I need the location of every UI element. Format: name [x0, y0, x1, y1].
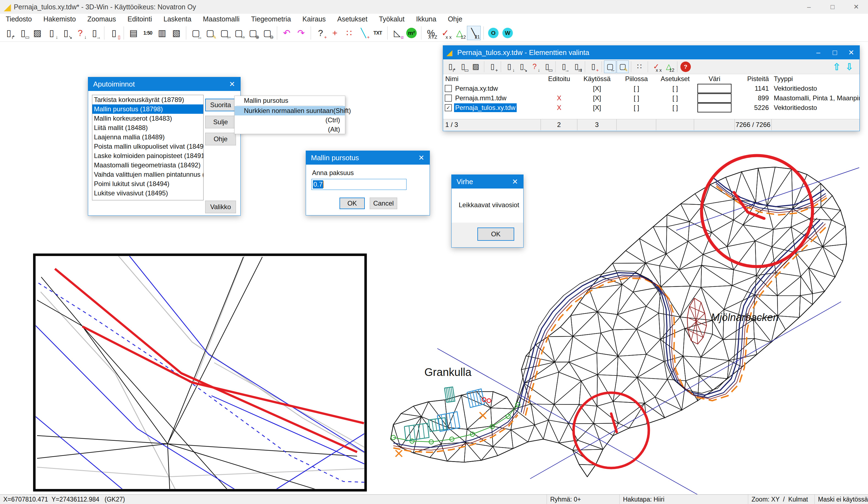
- pan-right-icon[interactable]: ▢⇨: [232, 26, 246, 40]
- read-model-icon[interactable]: ▨: [470, 60, 482, 73]
- context-menu-item[interactable]: Mallin pursotus: [235, 96, 345, 105]
- undo-icon[interactable]: ↶: [280, 26, 293, 40]
- zoom-in-icon[interactable]: ▢⊕: [246, 26, 260, 40]
- helper-item[interactable]: Lukitse viivasivut (18495): [92, 188, 203, 198]
- menu-zoomaus[interactable]: Zoomaus: [82, 14, 122, 24]
- page-setup-icon[interactable]: ▥: [155, 26, 169, 40]
- menu-editointi[interactable]: Editointi: [122, 14, 158, 24]
- help-icon[interactable]: ?: [680, 60, 692, 73]
- close-icon[interactable]: ✕: [413, 154, 430, 162]
- row-checkbox[interactable]: ✓: [445, 104, 452, 111]
- angle-calc-icon[interactable]: ◺α: [390, 26, 404, 40]
- hidden-flag[interactable]: [ ]: [617, 94, 656, 102]
- ok-button[interactable]: OK: [477, 228, 514, 241]
- virhe-titlebar[interactable]: Virhe ✕: [452, 175, 523, 188]
- row-checkbox[interactable]: [445, 85, 452, 92]
- fit-view-icon[interactable]: ▢↔: [604, 60, 616, 73]
- settings-flag[interactable]: [ ]: [656, 94, 694, 102]
- save-add-icon[interactable]: ▯+: [486, 60, 498, 73]
- pan-left-icon[interactable]: ▢⇦: [218, 26, 231, 40]
- redo-icon[interactable]: ↷: [294, 26, 308, 40]
- close-icon[interactable]: ✕: [224, 80, 240, 89]
- context-menu-item[interactable]: (Ctrl): [235, 115, 345, 125]
- context-menu-item[interactable]: (Alt): [235, 125, 345, 134]
- new-copy-icon[interactable]: ▯+: [587, 60, 599, 73]
- validate-icon[interactable]: ✓x x: [650, 60, 662, 73]
- validate-icon[interactable]: ✓x x: [438, 26, 452, 40]
- thickness-input[interactable]: 0.7: [311, 179, 406, 190]
- hidden-flag[interactable]: [ ]: [617, 85, 656, 92]
- maximize-button[interactable]: □: [821, 0, 844, 14]
- zoom-pen-icon[interactable]: ▢✎: [617, 60, 629, 73]
- color-swatch[interactable]: [698, 103, 732, 112]
- minimize-button[interactable]: –: [797, 0, 821, 14]
- triangle-count-icon[interactable]: △12: [453, 26, 466, 40]
- menu-tiegeometria[interactable]: Tiegeometria: [245, 14, 297, 24]
- menu-ikkuna[interactable]: Ikkuna: [410, 14, 442, 24]
- helper-item[interactable]: Laske kolmioiden painopisteet (18491): [92, 151, 203, 161]
- print-scale-icon[interactable]: 1:50: [141, 26, 155, 40]
- o-tool-icon[interactable]: O: [486, 26, 500, 40]
- helper-item[interactable]: Mallin korkeuserot (18483): [92, 114, 203, 123]
- inuse-flag[interactable]: [X]: [577, 94, 617, 102]
- column-header-tyyppi[interactable]: Tyyppi: [772, 75, 859, 83]
- table-row[interactable]: ✓Pernaja_tulos.xy.tdwX[X][ ][ ]5226Vekto…: [443, 103, 859, 112]
- helper-item[interactable]: Vaihda valittujen mallien pintatunnus (1…: [92, 170, 203, 179]
- file-name[interactable]: Pernaja.xy.tdw: [454, 84, 499, 93]
- save-query-icon[interactable]: ?↓: [73, 26, 87, 40]
- column-header-editoitu[interactable]: Editoitu: [541, 75, 577, 83]
- table-row[interactable]: Pernaja.xy.tdw[X][ ][ ]1141Vektoritiedos…: [443, 84, 859, 93]
- settings-flag[interactable]: [ ]: [656, 104, 694, 112]
- close-button[interactable]: ✕: [844, 0, 868, 14]
- menu-asetukset[interactable]: Asetukset: [332, 14, 373, 24]
- read-model-icon[interactable]: ▨: [31, 26, 44, 40]
- close-icon[interactable]: ✕: [843, 48, 859, 57]
- helper-item[interactable]: Tarkista korkeuskäyrät (18789): [92, 95, 203, 104]
- edited-flag[interactable]: X: [541, 94, 577, 102]
- helper-item[interactable]: Poista mallin ulkopuoliset viivat (18490…: [92, 142, 203, 151]
- fit-view-icon[interactable]: ▢↔: [189, 26, 203, 40]
- export-icon[interactable]: ▯→: [558, 60, 570, 73]
- close-dialog-button[interactable]: Sulje: [205, 116, 236, 128]
- column-header-piilossa[interactable]: Piilossa: [617, 75, 656, 83]
- scroll-down-icon[interactable]: ⇩: [843, 61, 856, 72]
- color-swatch[interactable]: [698, 93, 732, 103]
- column-header-asetukset[interactable]: Asetukset: [656, 75, 694, 83]
- column-header-nimi[interactable]: Nimi: [443, 75, 541, 83]
- menu-maastomalli[interactable]: Maastomalli: [197, 14, 245, 24]
- read-file-settings-icon[interactable]: ▯▭: [457, 60, 469, 73]
- triangle-count-icon[interactable]: △12: [663, 60, 675, 73]
- point-info-icon[interactable]: ?+: [314, 26, 328, 40]
- close-icon[interactable]: ✕: [507, 177, 523, 186]
- w-tool-icon[interactable]: W: [501, 26, 515, 40]
- run-button[interactable]: Suorita: [205, 99, 236, 111]
- file-name[interactable]: Pernaja.mm1.tdw: [454, 94, 508, 103]
- save-as-icon[interactable]: ▯↘: [516, 60, 528, 73]
- elements-titlebar[interactable]: ◢ Pernaja_tulos.xy.tdw - Elementtien val…: [443, 45, 859, 59]
- area-calc-icon[interactable]: m²: [405, 26, 418, 40]
- helper-item[interactable]: Mallin pursotus (18798): [92, 104, 203, 114]
- helper-item[interactable]: Laajenna mallia (18489): [92, 132, 203, 142]
- color-swatch[interactable]: [698, 84, 732, 93]
- column-header-väri[interactable]: Väri: [694, 75, 735, 83]
- text-icon[interactable]: TXT: [371, 26, 384, 40]
- menu-tiedosto[interactable]: Tiedosto: [0, 14, 38, 24]
- raster-icon[interactable]: ▧: [169, 26, 183, 40]
- read-file-icon[interactable]: ▯↱: [444, 60, 456, 73]
- helper-item[interactable]: Maastomalli tiegeometriasta (18492): [92, 161, 203, 170]
- row-checkbox[interactable]: [445, 94, 452, 102]
- line-length-icon[interactable]: ╲21: [467, 26, 481, 40]
- helper-item[interactable]: Liitä mallit (18488): [92, 123, 203, 132]
- maximize-icon[interactable]: □: [827, 48, 843, 57]
- edited-flag[interactable]: X: [541, 104, 577, 112]
- file-name[interactable]: Pernaja_tulos.xy.tdw: [454, 103, 517, 112]
- menu-työkalut[interactable]: Työkalut: [373, 14, 410, 24]
- read-file-settings-icon[interactable]: ▯▭: [16, 26, 30, 40]
- move-point-icon[interactable]: ∷: [342, 26, 356, 40]
- export-all-icon[interactable]: ▯⇉: [570, 60, 582, 73]
- copy-elements-icon[interactable]: ▯▯: [107, 26, 121, 40]
- save-file-icon[interactable]: ▯↓: [503, 60, 515, 73]
- edit-line-icon[interactable]: ╲+: [356, 26, 370, 40]
- read-file-icon[interactable]: ▯↱: [2, 26, 16, 40]
- zoom-out-icon[interactable]: ▢⊖: [260, 26, 274, 40]
